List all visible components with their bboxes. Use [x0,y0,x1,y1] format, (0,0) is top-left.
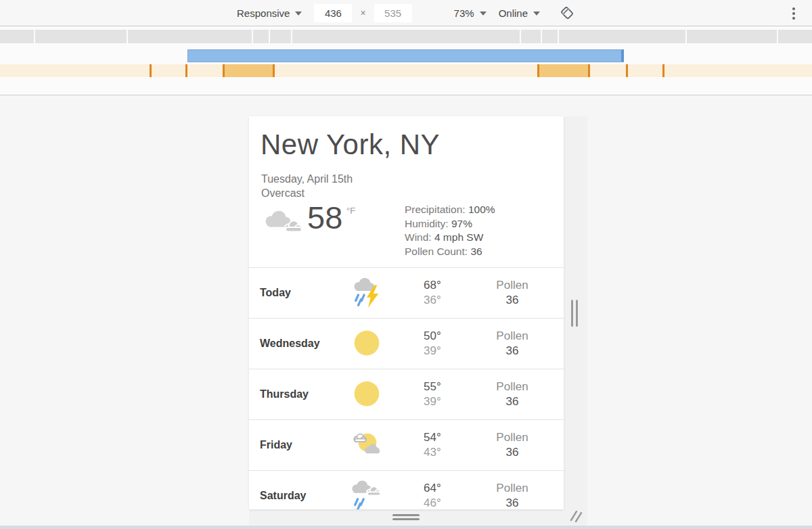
rotate-icon [559,5,575,21]
dimension-separator: × [360,7,365,18]
weather-details: Precipitation: 100%Humidity: 97%Wind: 4 … [405,203,495,258]
rotate-viewport-button[interactable] [559,5,575,21]
forecast-pollen: Pollen 36 [472,278,552,308]
detail-line: Precipitation: 100% [405,203,495,217]
viewport-width-input[interactable] [314,4,352,22]
window-bottom-edge [0,526,812,529]
media-query-range-segment[interactable] [537,64,590,77]
media-query-breakpoint-tick[interactable] [626,64,628,77]
device-preset-ruler[interactable] [0,30,812,43]
pollen-label: Pollen [472,430,552,445]
preset-ruler-gap [685,30,687,43]
forecast-day: Wednesday [260,338,341,350]
detail-label: Precipitation: [405,204,466,215]
pollen-label: Pollen [472,329,552,344]
forecast-row: Saturday 64° 46° Pollen 36 [249,470,564,509]
max-width-media-query-bar[interactable] [0,64,812,77]
device-mode-label: Responsive [237,7,290,19]
forecast-temps: 54° 43° [392,430,472,460]
detail-value: 4 mph SW [434,231,483,243]
pollen-value: 36 [472,445,552,460]
high-temp: 68° [424,278,472,293]
forecast-day: Today [260,287,341,299]
detail-value: 100% [468,204,495,215]
detail-label: Wind: [405,231,432,243]
thunderstorm-icon [341,277,392,309]
detail-value: 36 [470,246,482,257]
date-and-condition: Tuesday, April 15th Overcast [261,172,353,200]
forecast-row: Today 68° 36° Pollen 36 [249,267,564,318]
emulated-viewport: New York, NY Tuesday, April 15th Overcas… [249,116,564,509]
high-temp: 55° [424,380,472,394]
corner-resize-icon [569,509,585,524]
rain-icon [341,480,392,509]
low-temp: 46° [424,496,472,509]
high-temp: 50° [424,329,472,344]
devtools-menu-button[interactable] [786,5,801,22]
overcast-cloud-icon [263,208,304,244]
forecast-pollen: Pollen 36 [472,380,552,409]
viewport-height-input[interactable] [374,4,412,22]
forecast-day: Thursday [260,388,341,400]
forecast-pollen: Pollen 36 [472,430,552,460]
media-query-breakpoint-tick[interactable] [662,64,664,77]
sunny-icon [341,329,392,359]
zoom-select[interactable]: 73% [454,7,487,19]
forecast-temps: 50° 39° [392,329,472,359]
forecast-temps: 64° 46° [392,481,472,509]
preset-ruler-gap [520,30,521,43]
corner-resize-handle[interactable] [569,509,585,526]
city-title: New York, NY [261,129,440,161]
low-temp: 39° [424,344,472,359]
throttle-label: Online [499,7,528,19]
forecast-day: Saturday [260,490,341,502]
media-query-breakpoint-tick[interactable] [185,64,187,77]
zoom-label: 73% [454,7,474,19]
preset-ruler-gap [127,30,128,43]
forecast-pollen: Pollen 36 [472,481,552,509]
chevron-down-icon [295,12,302,16]
temperature-unit: °F [346,206,355,216]
detail-line: Pollen Count: 36 [405,245,495,259]
sunny-icon [341,380,392,409]
preset-ruler-gap [34,30,35,43]
forecast-list: Today 68° 36° Pollen 36 Wednesday 50° 39… [249,267,564,509]
preset-ruler-gap [291,30,292,43]
forecast-row: Wednesday 50° 39° Pollen 36 [249,318,564,369]
detail-line: Wind: 4 mph SW [405,231,495,245]
detail-line: Humidity: 97% [405,217,495,231]
forecast-pollen: Pollen 36 [472,329,552,359]
pollen-value: 36 [472,293,552,308]
right-resize-handle[interactable] [571,300,578,327]
bottom-resize-handle[interactable] [392,514,420,520]
pollen-label: Pollen [472,481,552,496]
low-temp: 36° [424,293,472,308]
detail-label: Pollen Count: [405,246,468,257]
forecast-day: Friday [260,439,341,451]
min-width-media-query-bar[interactable] [187,49,624,62]
pollen-value: 36 [472,394,552,409]
device-mode-select[interactable]: Responsive [237,7,302,19]
forecast-temps: 68° 36° [392,278,472,308]
forecast-temps: 55° 39° [392,380,472,409]
current-date: Tuesday, April 15th [261,172,353,186]
high-temp: 54° [424,430,472,445]
throttle-select[interactable]: Online [499,7,540,19]
current-temperature: 58 [307,199,342,236]
preset-ruler-gap [558,30,559,43]
preset-ruler-gap [541,30,542,43]
media-query-region [0,27,812,95]
media-query-breakpoint-tick[interactable] [150,64,152,77]
chevron-down-icon [480,12,487,16]
preset-ruler-gap [269,30,270,43]
pollen-label: Pollen [472,278,552,293]
preset-ruler-gap [252,30,253,43]
detail-label: Humidity: [405,218,449,229]
media-query-range-segment[interactable] [223,64,275,77]
device-toolbar: Responsive × 73% Online [0,0,812,26]
current-condition: Overcast [261,186,353,200]
preset-ruler-gap [777,30,778,43]
current-conditions: 58 °F Precipitation: 100%Humidity: 97%Wi… [261,202,552,262]
chevron-down-icon [533,12,540,16]
low-temp: 39° [424,394,472,409]
